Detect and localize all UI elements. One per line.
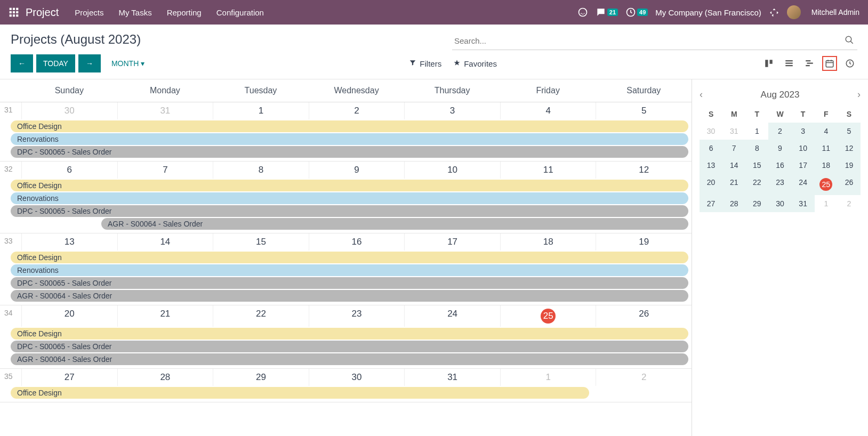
mini-day[interactable]: 28 [722, 195, 745, 212]
next-button[interactable]: → [78, 54, 101, 72]
day-cell[interactable]: 13 [21, 233, 117, 251]
mini-day[interactable]: 7 [722, 140, 745, 157]
nav-projects[interactable]: Projects [75, 8, 103, 17]
day-cell[interactable]: 23 [309, 305, 405, 327]
mini-day[interactable]: 17 [792, 157, 815, 174]
day-cell[interactable]: 6 [21, 162, 117, 179]
activity-view-icon[interactable] [842, 56, 857, 71]
day-cell[interactable]: 12 [596, 162, 692, 179]
app-brand[interactable]: Project [26, 6, 59, 19]
day-cell[interactable]: 24 [404, 305, 500, 327]
event-bar[interactable]: AGR - S00064 - Sales Order [11, 353, 688, 365]
mini-day[interactable]: 18 [815, 157, 838, 174]
day-cell[interactable]: 14 [117, 233, 213, 251]
day-cell[interactable]: 31 [404, 369, 500, 386]
mini-day[interactable]: 14 [722, 157, 745, 174]
mini-day[interactable]: 22 [745, 174, 768, 195]
calendar-view-icon[interactable] [822, 56, 837, 71]
event-bar[interactable]: DPC - S00065 - Sales Order [11, 277, 688, 289]
mini-day[interactable]: 16 [768, 157, 791, 174]
mini-day[interactable]: 3 [792, 123, 815, 140]
support-icon[interactable] [577, 7, 588, 18]
event-bar[interactable]: AGR - S00064 - Sales Order [101, 218, 688, 230]
event-bar[interactable]: Renovations [11, 264, 688, 276]
mini-day[interactable]: 23 [768, 174, 791, 195]
day-cell[interactable]: 29 [213, 369, 309, 386]
mini-prev-icon[interactable]: ‹ [700, 89, 703, 100]
mini-day[interactable]: 9 [768, 140, 791, 157]
event-bar[interactable]: Office Design [11, 328, 688, 340]
mini-day[interactable]: 11 [815, 140, 838, 157]
activities-icon[interactable]: 49 [625, 7, 648, 18]
favorites-button[interactable]: Favorites [453, 59, 497, 68]
mini-next-icon[interactable]: › [857, 89, 861, 100]
day-cell[interactable]: 5 [596, 102, 692, 119]
event-bar[interactable]: Office Design [11, 120, 688, 132]
mini-day[interactable]: 20 [700, 174, 722, 195]
day-cell[interactable]: 1 [213, 102, 309, 119]
day-cell[interactable]: 3 [404, 102, 500, 119]
list-view-icon[interactable] [782, 56, 797, 71]
mini-day[interactable]: 1 [745, 123, 768, 140]
gantt-view-icon[interactable] [802, 56, 817, 71]
day-cell[interactable]: 22 [213, 305, 309, 327]
scale-selector[interactable]: MONTH ▾ [111, 59, 144, 68]
mini-day[interactable]: 30 [768, 195, 791, 212]
mini-day[interactable]: 5 [838, 123, 861, 140]
mini-day[interactable]: 30 [700, 123, 722, 140]
event-bar[interactable]: Renovations [11, 133, 688, 145]
kanban-view-icon[interactable] [761, 56, 776, 71]
day-cell[interactable]: 30 [21, 102, 117, 119]
day-cell[interactable]: 8 [213, 162, 309, 179]
mini-day[interactable]: 4 [815, 123, 838, 140]
mini-day[interactable]: 31 [722, 123, 745, 140]
today-button[interactable]: TODAY [36, 54, 75, 72]
event-bar[interactable]: Renovations [11, 192, 688, 204]
event-bar[interactable]: AGR - S00064 - Sales Order [11, 290, 688, 302]
day-cell[interactable]: 15 [213, 233, 309, 251]
day-cell[interactable]: 4 [500, 102, 596, 119]
day-cell[interactable]: 30 [309, 369, 405, 386]
mini-day[interactable]: 25 [815, 174, 838, 195]
company-selector[interactable]: My Company (San Francisco) [655, 8, 761, 17]
mini-day[interactable]: 2 [768, 123, 791, 140]
mini-day[interactable]: 1 [815, 195, 838, 212]
debug-icon[interactable] [769, 7, 779, 18]
day-cell[interactable]: 27 [21, 369, 117, 386]
search-icon[interactable] [845, 35, 854, 46]
mini-day[interactable]: 15 [745, 157, 768, 174]
mini-day[interactable]: 27 [700, 195, 722, 212]
filters-button[interactable]: Filters [409, 59, 441, 68]
mini-day[interactable]: 2 [838, 195, 861, 212]
mini-day[interactable]: 12 [838, 140, 861, 157]
messages-icon[interactable]: 21 [596, 7, 618, 18]
mini-day[interactable]: 26 [838, 174, 861, 195]
day-cell[interactable]: 2 [309, 102, 405, 119]
event-bar[interactable]: Office Design [11, 387, 589, 399]
apps-icon[interactable] [9, 7, 19, 18]
mini-day[interactable]: 10 [792, 140, 815, 157]
prev-button[interactable]: ← [11, 54, 33, 72]
nav-configuration[interactable]: Configuration [216, 8, 264, 17]
user-name[interactable]: Mitchell Admin [811, 8, 859, 17]
mini-day[interactable]: 21 [722, 174, 745, 195]
avatar[interactable] [787, 5, 801, 19]
mini-day[interactable]: 13 [700, 157, 722, 174]
day-cell[interactable]: 31 [117, 102, 213, 119]
day-cell[interactable]: 17 [404, 233, 500, 251]
day-cell[interactable]: 28 [117, 369, 213, 386]
event-bar[interactable]: DPC - S00065 - Sales Order [11, 146, 688, 158]
mini-day[interactable]: 19 [838, 157, 861, 174]
mini-day[interactable]: 8 [745, 140, 768, 157]
day-cell[interactable]: 25 [500, 305, 596, 327]
day-cell[interactable]: 19 [596, 233, 692, 251]
day-cell[interactable]: 18 [500, 233, 596, 251]
mini-day[interactable]: 24 [792, 174, 815, 195]
event-bar[interactable]: Office Design [11, 252, 688, 263]
day-cell[interactable]: 7 [117, 162, 213, 179]
event-bar[interactable]: Office Design [11, 180, 688, 191]
day-cell[interactable]: 10 [404, 162, 500, 179]
day-cell[interactable]: 20 [21, 305, 117, 327]
day-cell[interactable]: 16 [309, 233, 405, 251]
nav-reporting[interactable]: Reporting [167, 8, 202, 17]
